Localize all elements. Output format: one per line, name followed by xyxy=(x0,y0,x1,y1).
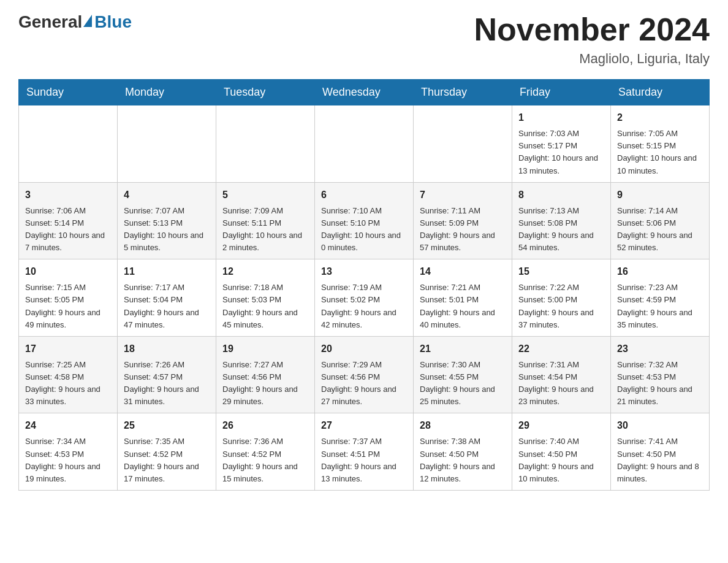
day-info: Sunrise: 7:35 AM Sunset: 4:52 PM Dayligh… xyxy=(124,435,210,485)
day-info: Sunrise: 7:32 AM Sunset: 4:53 PM Dayligh… xyxy=(617,359,703,408)
day-number: 5 xyxy=(222,188,308,202)
day-number: 12 xyxy=(222,264,308,279)
day-info: Sunrise: 7:19 AM Sunset: 5:02 PM Dayligh… xyxy=(321,282,407,331)
day-header-sunday: Sunday xyxy=(19,80,118,105)
day-number: 30 xyxy=(617,418,703,433)
calendar-cell: 20Sunrise: 7:29 AM Sunset: 4:56 PM Dayli… xyxy=(315,336,414,413)
day-info: Sunrise: 7:41 AM Sunset: 4:50 PM Dayligh… xyxy=(617,435,703,485)
day-number: 8 xyxy=(518,188,604,202)
calendar-subtitle: Magliolo, Liguria, Italy xyxy=(474,51,710,67)
day-info: Sunrise: 7:29 AM Sunset: 4:56 PM Dayligh… xyxy=(321,359,407,408)
day-info: Sunrise: 7:11 AM Sunset: 5:09 PM Dayligh… xyxy=(420,205,506,255)
calendar-cell: 14Sunrise: 7:21 AM Sunset: 5:01 PM Dayli… xyxy=(414,259,512,337)
day-info: Sunrise: 7:26 AM Sunset: 4:57 PM Dayligh… xyxy=(124,359,210,408)
calendar-cell: 11Sunrise: 7:17 AM Sunset: 5:04 PM Dayli… xyxy=(118,259,216,337)
day-info: Sunrise: 7:23 AM Sunset: 4:59 PM Dayligh… xyxy=(617,282,703,331)
day-info: Sunrise: 7:21 AM Sunset: 5:01 PM Dayligh… xyxy=(420,282,506,331)
day-number: 22 xyxy=(518,342,604,356)
day-header-wednesday: Wednesday xyxy=(315,80,414,105)
day-info: Sunrise: 7:14 AM Sunset: 5:06 PM Dayligh… xyxy=(617,205,703,255)
day-number: 24 xyxy=(25,418,111,433)
day-info: Sunrise: 7:18 AM Sunset: 5:03 PM Dayligh… xyxy=(222,282,308,331)
logo: General Blue xyxy=(18,12,132,32)
day-header-thursday: Thursday xyxy=(414,80,512,105)
day-number: 25 xyxy=(124,418,210,433)
title-section: November 2024 Magliolo, Liguria, Italy xyxy=(474,12,710,67)
day-number: 27 xyxy=(321,418,407,433)
day-number: 19 xyxy=(222,342,308,356)
calendar-cell: 15Sunrise: 7:22 AM Sunset: 5:00 PM Dayli… xyxy=(512,259,611,337)
calendar-header-row: SundayMondayTuesdayWednesdayThursdayFrid… xyxy=(19,80,710,105)
day-number: 20 xyxy=(321,342,407,356)
day-header-monday: Monday xyxy=(118,80,216,105)
day-number: 23 xyxy=(617,342,703,356)
day-number: 29 xyxy=(518,418,604,433)
day-number: 14 xyxy=(420,264,506,279)
calendar-cell: 21Sunrise: 7:30 AM Sunset: 4:55 PM Dayli… xyxy=(414,336,512,413)
day-number: 13 xyxy=(321,264,407,279)
calendar-cell: 30Sunrise: 7:41 AM Sunset: 4:50 PM Dayli… xyxy=(611,413,710,491)
calendar-cell: 23Sunrise: 7:32 AM Sunset: 4:53 PM Dayli… xyxy=(611,336,710,413)
day-info: Sunrise: 7:30 AM Sunset: 4:55 PM Dayligh… xyxy=(420,359,506,408)
calendar-week-row: 17Sunrise: 7:25 AM Sunset: 4:58 PM Dayli… xyxy=(19,336,710,413)
day-info: Sunrise: 7:15 AM Sunset: 5:05 PM Dayligh… xyxy=(25,282,111,331)
calendar-cell: 22Sunrise: 7:31 AM Sunset: 4:54 PM Dayli… xyxy=(512,336,611,413)
calendar-week-row: 3Sunrise: 7:06 AM Sunset: 5:14 PM Daylig… xyxy=(19,182,710,259)
calendar-cell xyxy=(216,105,315,183)
day-info: Sunrise: 7:09 AM Sunset: 5:11 PM Dayligh… xyxy=(222,205,308,255)
day-info: Sunrise: 7:06 AM Sunset: 5:14 PM Dayligh… xyxy=(25,205,111,255)
day-number: 1 xyxy=(518,110,604,125)
calendar-cell: 4Sunrise: 7:07 AM Sunset: 5:13 PM Daylig… xyxy=(118,182,216,259)
calendar-cell: 25Sunrise: 7:35 AM Sunset: 4:52 PM Dayli… xyxy=(118,413,216,491)
day-number: 10 xyxy=(25,264,111,279)
calendar-cell: 29Sunrise: 7:40 AM Sunset: 4:50 PM Dayli… xyxy=(512,413,611,491)
day-number: 3 xyxy=(25,188,111,202)
day-info: Sunrise: 7:27 AM Sunset: 4:56 PM Dayligh… xyxy=(222,359,308,408)
day-header-saturday: Saturday xyxy=(611,80,710,105)
day-info: Sunrise: 7:22 AM Sunset: 5:00 PM Dayligh… xyxy=(518,282,604,331)
day-header-friday: Friday xyxy=(512,80,611,105)
day-info: Sunrise: 7:17 AM Sunset: 5:04 PM Dayligh… xyxy=(124,282,210,331)
day-info: Sunrise: 7:25 AM Sunset: 4:58 PM Dayligh… xyxy=(25,359,111,408)
calendar-cell: 13Sunrise: 7:19 AM Sunset: 5:02 PM Dayli… xyxy=(315,259,414,337)
calendar-cell: 6Sunrise: 7:10 AM Sunset: 5:10 PM Daylig… xyxy=(315,182,414,259)
calendar-cell: 8Sunrise: 7:13 AM Sunset: 5:08 PM Daylig… xyxy=(512,182,611,259)
calendar-cell: 7Sunrise: 7:11 AM Sunset: 5:09 PM Daylig… xyxy=(414,182,512,259)
calendar-cell: 1Sunrise: 7:03 AM Sunset: 5:17 PM Daylig… xyxy=(512,105,611,183)
calendar-cell xyxy=(19,105,118,183)
calendar-week-row: 10Sunrise: 7:15 AM Sunset: 5:05 PM Dayli… xyxy=(19,259,710,337)
day-header-tuesday: Tuesday xyxy=(216,80,315,105)
page-header: General Blue November 2024 Magliolo, Lig… xyxy=(18,12,710,67)
calendar-cell: 10Sunrise: 7:15 AM Sunset: 5:05 PM Dayli… xyxy=(19,259,118,337)
day-info: Sunrise: 7:34 AM Sunset: 4:53 PM Dayligh… xyxy=(25,435,111,485)
logo-blue-text: Blue xyxy=(94,12,132,32)
calendar-cell: 2Sunrise: 7:05 AM Sunset: 5:15 PM Daylig… xyxy=(611,105,710,183)
calendar-cell xyxy=(414,105,512,183)
day-number: 28 xyxy=(420,418,506,433)
day-number: 26 xyxy=(222,418,308,433)
logo-general-text: General xyxy=(18,12,82,32)
calendar-table: SundayMondayTuesdayWednesdayThursdayFrid… xyxy=(18,79,710,491)
day-number: 9 xyxy=(617,188,703,202)
logo-wordmark: General Blue xyxy=(18,12,132,32)
calendar-cell: 12Sunrise: 7:18 AM Sunset: 5:03 PM Dayli… xyxy=(216,259,315,337)
day-number: 16 xyxy=(617,264,703,279)
logo-triangle-icon xyxy=(83,15,92,27)
calendar-cell: 19Sunrise: 7:27 AM Sunset: 4:56 PM Dayli… xyxy=(216,336,315,413)
day-info: Sunrise: 7:05 AM Sunset: 5:15 PM Dayligh… xyxy=(617,128,703,177)
day-number: 21 xyxy=(420,342,506,356)
day-info: Sunrise: 7:07 AM Sunset: 5:13 PM Dayligh… xyxy=(124,205,210,255)
day-number: 17 xyxy=(25,342,111,356)
day-number: 7 xyxy=(420,188,506,202)
day-info: Sunrise: 7:10 AM Sunset: 5:10 PM Dayligh… xyxy=(321,205,407,255)
day-number: 18 xyxy=(124,342,210,356)
day-info: Sunrise: 7:38 AM Sunset: 4:50 PM Dayligh… xyxy=(420,435,506,485)
calendar-week-row: 1Sunrise: 7:03 AM Sunset: 5:17 PM Daylig… xyxy=(19,105,710,183)
day-number: 4 xyxy=(124,188,210,202)
calendar-cell: 9Sunrise: 7:14 AM Sunset: 5:06 PM Daylig… xyxy=(611,182,710,259)
day-number: 2 xyxy=(617,110,703,125)
day-number: 6 xyxy=(321,188,407,202)
day-info: Sunrise: 7:13 AM Sunset: 5:08 PM Dayligh… xyxy=(518,205,604,255)
day-info: Sunrise: 7:37 AM Sunset: 4:51 PM Dayligh… xyxy=(321,435,407,485)
day-number: 11 xyxy=(124,264,210,279)
